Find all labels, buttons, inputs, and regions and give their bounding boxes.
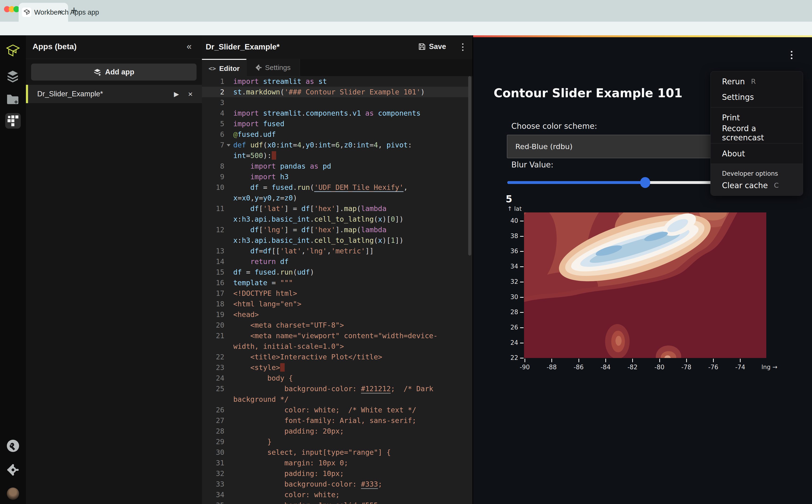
new-tab-button[interactable]: + <box>71 4 77 17</box>
browser-tab[interactable]: Workbench Apps app × <box>19 3 68 22</box>
app-preview-panel: Contour Slider Example 101 Choose color … <box>473 35 812 504</box>
menu-group: RerunRSettings <box>711 71 803 107</box>
code-line[interactable]: 29 } <box>202 436 469 447</box>
code-line[interactable]: 16template = """ <box>202 277 469 288</box>
y-tick-label: 40 <box>495 217 518 224</box>
app-window: Workbench Apps app × + ← → fused.io/work… <box>0 0 812 504</box>
line-number: 10 <box>202 182 224 193</box>
settings-gear-icon[interactable] <box>7 464 19 477</box>
fused-logo-icon[interactable] <box>6 44 20 59</box>
code-line[interactable]: 7def udf(x0:int=4,y0:int=6,z0:int=4, piv… <box>202 140 469 150</box>
menu-item-record-a-screencast[interactable]: Record a screencast <box>711 125 803 141</box>
code-line[interactable]: 35 border: 1px solid #555; <box>202 500 469 504</box>
menu-item-about[interactable]: About <box>711 146 803 161</box>
code-line[interactable]: 24 body { <box>202 373 469 383</box>
code-line[interactable]: 28 padding: 20px; <box>202 426 469 436</box>
code-line[interactable]: 1import streamlit as st <box>202 76 469 87</box>
run-app-icon[interactable]: ▶ <box>174 90 179 98</box>
code-line[interactable]: 20 <meta charset="UTF-8"> <box>202 320 469 330</box>
code-line[interactable]: x=x0,y=y0,z=z0) <box>202 193 469 203</box>
line-number: 3 <box>202 97 224 108</box>
udf-layers-icon[interactable] <box>6 70 19 84</box>
code-line[interactable]: 9 import h3 <box>202 171 469 182</box>
streamlit-menu-icon[interactable] <box>791 51 792 59</box>
code-line[interactable]: 27 font-family: Arial, sans-serif; <box>202 415 469 426</box>
tab-editor[interactable]: <> Editor <box>202 59 246 77</box>
code-line[interactable]: 2st.markdown('### Contour Slider Example… <box>202 87 469 97</box>
code-line[interactable]: 34 color: white; <box>202 489 469 500</box>
line-number: 24 <box>202 373 224 383</box>
app-title: Contour Slider Example 101 <box>494 86 682 100</box>
close-app-icon[interactable]: × <box>188 89 193 99</box>
code-line[interactable]: 23 <style> <box>202 362 469 373</box>
blur-value-label: Blur Value: <box>511 160 554 169</box>
code-line[interactable]: 26 color: white; /* White text */ <box>202 405 469 415</box>
code-line[interactable]: width, initial-scale=1.0"> <box>202 341 469 352</box>
editor-menu-icon[interactable] <box>462 43 464 51</box>
line-number: 25 <box>202 383 224 394</box>
menu-item-rerun[interactable]: RerunR <box>711 74 803 89</box>
code-line[interactable]: 22 <title>Interactive Plot</title> <box>202 352 469 362</box>
code-line[interactable]: 25 background-color: #121212; /* Dark <box>202 383 469 394</box>
code-line[interactable]: 13 df=df[['lat','lng','metric']] <box>202 246 469 256</box>
code-line[interactable]: 12 df['lng'] = df['hex'].map(lambda <box>202 224 469 235</box>
save-button[interactable]: Save <box>418 42 446 51</box>
code-line[interactable]: 10 df = fused.run('UDF_DEM_Tile_Hexify', <box>202 182 469 193</box>
line-number: 27 <box>202 415 224 426</box>
line-number: 6 <box>202 129 224 140</box>
code-line[interactable]: 31 margin: 10px 0; <box>202 458 469 468</box>
block-cursor <box>272 151 276 160</box>
code-line[interactable]: 30 select, input[type="range"] { <box>202 447 469 458</box>
fold-chevron-icon[interactable] <box>227 144 230 146</box>
code-line[interactable]: 3 <box>202 97 469 108</box>
code-line[interactable]: 5import fused <box>202 118 469 129</box>
active-item-accent-bar <box>26 85 28 103</box>
line-number: 4 <box>202 108 224 118</box>
collapse-panel-icon[interactable]: « <box>187 41 191 52</box>
code-line[interactable]: 15df = fused.run(udf) <box>202 267 469 277</box>
y-tick-mark <box>520 343 524 343</box>
code-line[interactable]: 6@fused.udf <box>202 129 469 140</box>
app-list-item[interactable]: Dr_Slider_Example* ▶ × <box>26 85 202 103</box>
line-number: 13 <box>202 246 224 256</box>
code-line[interactable]: x:h3.api.basic_int.cell_to_latlng(x)[0]) <box>202 214 469 224</box>
menu-item-clear-cache[interactable]: Clear cacheC <box>711 178 803 193</box>
code-line[interactable]: x:h3.api.basic_int.cell_to_latlng(x)[1]) <box>202 235 469 246</box>
x-tick-label: -78 <box>672 364 701 371</box>
color-scheme-label: Choose color scheme: <box>511 122 597 131</box>
line-number: 23 <box>202 362 224 373</box>
menu-item-print[interactable]: Print <box>711 110 803 125</box>
code-line[interactable]: 4import streamlit.components.v1 as compo… <box>202 108 469 118</box>
contour-plot <box>524 212 766 358</box>
slider-thumb[interactable] <box>640 177 650 188</box>
code-line[interactable]: 21 <meta name="viewport" content="width=… <box>202 330 469 341</box>
code-line[interactable]: 8 import pandas as pd <box>202 161 469 171</box>
code-line[interactable]: int=500): <box>202 150 469 161</box>
code-line[interactable]: 33 background-color: #333; <box>202 479 469 489</box>
add-app-button[interactable]: Add app <box>31 64 196 81</box>
code-line[interactable]: 18<html lang="en"> <box>202 299 469 309</box>
color-scheme-selected-value: Red-Blue (rdbu) <box>515 142 573 151</box>
code-line[interactable]: 19<head> <box>202 309 469 320</box>
line-number: 16 <box>202 277 224 288</box>
code-line[interactable]: 14 return df <box>202 256 469 267</box>
rail-user-avatar[interactable] <box>7 488 19 500</box>
file-explorer-icon[interactable] <box>6 93 19 106</box>
code-line[interactable]: 17<!DOCTYPE html> <box>202 288 469 299</box>
editor-scrollbar[interactable] <box>468 76 471 256</box>
code-line[interactable]: background */ <box>202 394 469 405</box>
line-number: 14 <box>202 256 224 267</box>
code-editor[interactable]: 1import streamlit as st2st.markdown('###… <box>202 76 469 504</box>
tab-close-icon[interactable]: × <box>58 8 63 16</box>
code-line[interactable]: 11 df['lat'] = df['hex'].map(lambda <box>202 203 469 214</box>
menu-item-settings[interactable]: Settings <box>711 89 803 105</box>
line-number: 7 <box>202 140 224 150</box>
code-line[interactable]: 32 padding: 10px; <box>202 468 469 479</box>
apps-nav-item-active[interactable] <box>5 113 21 129</box>
tools-wrench-icon[interactable] <box>7 439 19 453</box>
code-brackets-icon: <> <box>208 65 216 72</box>
line-number: 35 <box>202 500 224 504</box>
x-tick-label: -76 <box>699 364 727 371</box>
x-tick-mark <box>525 359 525 362</box>
tab-settings[interactable]: Settings <box>246 59 300 76</box>
